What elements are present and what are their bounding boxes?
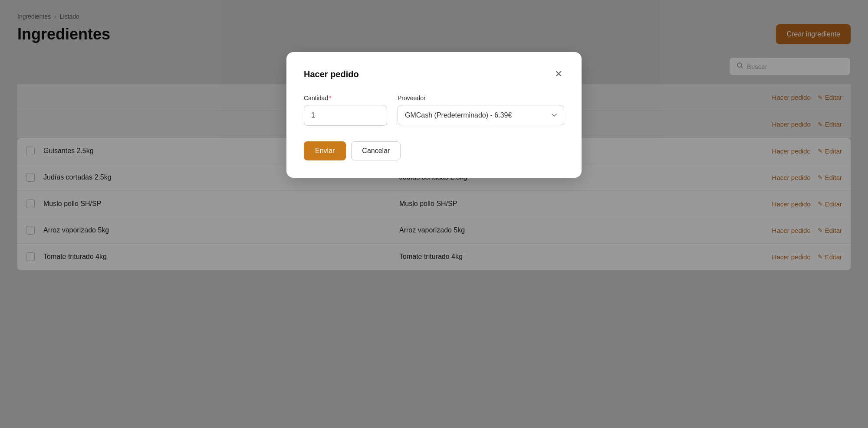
- enviar-button[interactable]: Enviar: [304, 141, 346, 160]
- modal-fields: Cantidad* Proveedor GMCash (Predetermina…: [304, 95, 564, 126]
- cantidad-field-group: Cantidad*: [304, 95, 387, 126]
- cantidad-input[interactable]: [304, 105, 387, 126]
- cancelar-button[interactable]: Cancelar: [351, 141, 401, 160]
- modal-title: Hacer pedido: [304, 69, 359, 79]
- cantidad-label: Cantidad*: [304, 95, 387, 101]
- modal-header: Hacer pedido ✕: [304, 68, 564, 81]
- modal-overlay: Hacer pedido ✕ Cantidad* Proveedor GMCas…: [0, 0, 868, 428]
- proveedor-field-group: Proveedor GMCash (Predeterminado) - 6.39…: [398, 95, 564, 126]
- proveedor-label: Proveedor: [398, 95, 564, 101]
- modal-close-button[interactable]: ✕: [553, 68, 564, 81]
- modal-actions: Enviar Cancelar: [304, 141, 564, 160]
- hacer-pedido-modal: Hacer pedido ✕ Cantidad* Proveedor GMCas…: [286, 52, 582, 178]
- proveedor-select[interactable]: GMCash (Predeterminado) - 6.39€: [398, 105, 564, 125]
